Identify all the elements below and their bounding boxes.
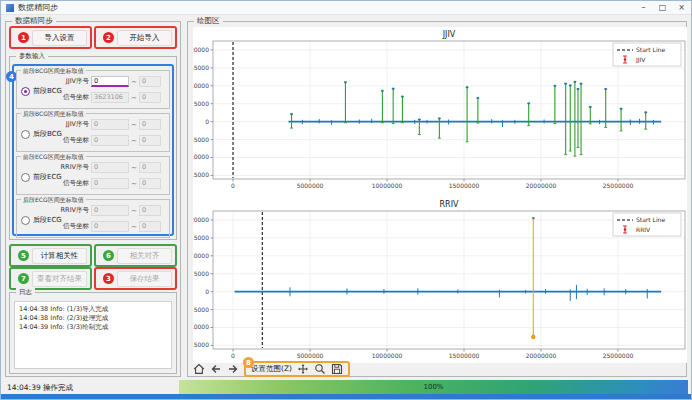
svg-text:5000000: 5000000 xyxy=(297,352,324,359)
annotation-box-start-import: 2 开始导入 xyxy=(94,26,177,49)
signal-coord-from-field[interactable]: 0 xyxy=(91,135,129,146)
radio-label: 前段BCG xyxy=(33,86,62,96)
svg-text:20000000: 20000000 xyxy=(526,352,557,359)
log-line: 14:04:39 Info: (3/3)绘制完成 xyxy=(19,323,167,332)
log-output[interactable]: 14:04:38 Info: (1/3)导入完成 14:04:38 Info: … xyxy=(14,301,172,369)
field-row: JJIV序号 0 ~ 0 xyxy=(59,76,161,87)
log-group: 日志 14:04:38 Info: (1/3)导入完成 14:04:38 Inf… xyxy=(9,292,177,374)
calc-correlation-button[interactable]: 计算相关性 xyxy=(32,248,87,264)
field-label: RRIV序号 xyxy=(59,163,89,172)
home-icon[interactable] xyxy=(193,363,205,375)
step-badge-1: 1 xyxy=(18,32,29,43)
log-line: 14:04:38 Info: (1/3)导入完成 xyxy=(19,305,167,314)
jjiv-index-from-field[interactable]: 0 xyxy=(91,119,129,130)
plot-panel-group: 绘图区 20000150001000050000-5000-10000-1500… xyxy=(187,21,687,377)
rear-ecg-radio[interactable]: 后段ECG xyxy=(21,215,62,225)
range-separator: ~ xyxy=(131,137,137,145)
annotation-box-import-settings: 1 导入设置 xyxy=(9,26,92,49)
svg-text:15000000: 15000000 xyxy=(449,352,480,359)
svg-text:10000000: 10000000 xyxy=(372,352,403,359)
rriv-index-to-field[interactable]: 0 xyxy=(139,162,161,173)
field-label: 信号坐标 xyxy=(59,179,89,188)
svg-text:-15000: -15000 xyxy=(193,341,209,348)
svg-text:15000: 15000 xyxy=(193,234,209,241)
field-label: JJIV序号 xyxy=(59,120,89,129)
jjiv-index-to-field[interactable]: 0 xyxy=(139,76,161,87)
field-row: RRIV序号 0 ~ 0 xyxy=(59,162,161,173)
figure-canvas[interactable]: 20000150001000050000-5000-10000-15000050… xyxy=(193,27,687,359)
radio-unselected-icon[interactable] xyxy=(21,173,30,182)
range-separator: ~ xyxy=(131,207,137,215)
svg-text:10000: 10000 xyxy=(193,252,209,259)
svg-text:-5000: -5000 xyxy=(193,306,209,313)
svg-text:JJIV: JJIV xyxy=(442,30,456,39)
signal-coord-to-field[interactable]: 0 xyxy=(139,135,161,146)
jjiv-index-from-field[interactable]: 0 xyxy=(91,76,129,87)
left-panel-group: 数据精同步 1 导入设置 2 开始导入 参数输入 4 前段BCG区间坐标取值 xyxy=(5,21,181,377)
annotation-box-corr-align: 6 相关对齐 xyxy=(94,244,177,267)
svg-text:20000: 20000 xyxy=(193,46,209,53)
param-section-rear-ecg: 后段ECG区间坐标取值 后段ECG RRIV序号 0 ~ 0 信号坐标 0 xyxy=(16,199,170,238)
correlation-align-button[interactable]: 相关对齐 xyxy=(117,248,172,264)
svg-text:Start Line: Start Line xyxy=(636,46,665,53)
svg-text:JJIV: JJIV xyxy=(635,56,646,64)
field-row: RRIV序号 0 ~ 0 xyxy=(59,205,161,216)
radio-label: 后段BCG xyxy=(33,129,62,139)
front-ecg-radio[interactable]: 前段ECG xyxy=(21,172,62,182)
range-separator: ~ xyxy=(131,78,137,86)
window-title: 数据精同步 xyxy=(18,2,58,13)
forward-arrow-icon[interactable] xyxy=(227,363,239,375)
rriv-index-from-field[interactable]: 0 xyxy=(91,205,129,216)
range-separator: ~ xyxy=(131,94,137,102)
field-label: 信号坐标 xyxy=(59,222,89,231)
save-icon[interactable] xyxy=(331,363,343,375)
range-separator: ~ xyxy=(131,164,137,172)
zoom-icon[interactable] xyxy=(314,363,326,375)
rriv-index-from-field[interactable]: 0 xyxy=(91,162,129,173)
step-badge-7: 7 xyxy=(18,273,29,284)
radio-unselected-icon[interactable] xyxy=(21,216,30,225)
svg-text:0: 0 xyxy=(231,352,235,359)
range-separator: ~ xyxy=(131,121,137,129)
signal-coord-to-field[interactable]: 0 xyxy=(139,92,161,103)
title-bar: 数据精同步 – □ × xyxy=(1,1,691,15)
signal-coord-to-field[interactable]: 0 xyxy=(139,221,161,232)
param-section-rear-bcg: 后段BCG区间坐标取值 后段BCG JJIV序号 0 ~ 0 信号坐标 0 xyxy=(16,113,170,152)
rriv-index-to-field[interactable]: 0 xyxy=(139,205,161,216)
signal-coord-from-field[interactable]: 0 xyxy=(91,178,129,189)
svg-text:0: 0 xyxy=(205,288,209,295)
field-row: 信号坐标 0 ~ 0 xyxy=(59,135,161,146)
range-separator: ~ xyxy=(131,223,137,231)
signal-coord-from-field[interactable]: 0 xyxy=(91,221,129,232)
log-line: 14:04:38 Info: (2/3)处理完成 xyxy=(19,314,167,323)
import-settings-button[interactable]: 导入设置 xyxy=(32,30,87,46)
svg-text:10000000: 10000000 xyxy=(372,182,403,189)
radio-selected-icon[interactable] xyxy=(21,87,30,96)
correlation-button-row: 5 计算相关性 6 相关对齐 xyxy=(9,244,177,267)
maximize-button[interactable]: □ xyxy=(653,1,672,14)
set-range-button[interactable]: 设置范围(Z) xyxy=(251,364,292,374)
radio-unselected-icon[interactable] xyxy=(21,130,30,139)
radio-label: 后段ECG xyxy=(33,215,62,225)
back-arrow-icon[interactable] xyxy=(210,363,222,375)
save-results-button[interactable]: 保存结果 xyxy=(117,271,172,287)
annotation-box-calc-corr: 5 计算相关性 xyxy=(9,244,92,267)
jjiv-index-to-field[interactable]: 0 xyxy=(139,119,161,130)
svg-text:10000: 10000 xyxy=(193,82,209,89)
section-title: 前段BCG区间坐标取值 xyxy=(21,66,86,75)
close-button[interactable]: × xyxy=(672,1,691,14)
view-align-result-button[interactable]: 查看对齐结果 xyxy=(32,271,87,287)
signal-coord-from-field[interactable]: 3623106 xyxy=(91,92,129,103)
front-bcg-radio[interactable]: 前段BCG xyxy=(21,86,62,96)
app-window: 数据精同步 – □ × 数据精同步 1 导入设置 2 开始导入 参数输入 4 xyxy=(0,0,692,400)
rriv-chart: 20000150001000050000-5000-10000-15000050… xyxy=(193,199,687,363)
progress-value: 100% xyxy=(423,383,443,391)
annotation-box-params: 4 前段BCG区间坐标取值 前段BCG JJIV序号 0 ~ 0 xyxy=(12,64,174,236)
start-import-button[interactable]: 开始导入 xyxy=(117,30,172,46)
minimize-button[interactable]: – xyxy=(634,1,653,14)
pan-icon[interactable] xyxy=(297,363,309,375)
import-button-row: 1 导入设置 2 开始导入 xyxy=(9,26,177,49)
plot-toolbar: 8 设置范围(Z) xyxy=(193,361,350,377)
rear-bcg-radio[interactable]: 后段BCG xyxy=(21,129,62,139)
signal-coord-to-field[interactable]: 0 xyxy=(139,178,161,189)
